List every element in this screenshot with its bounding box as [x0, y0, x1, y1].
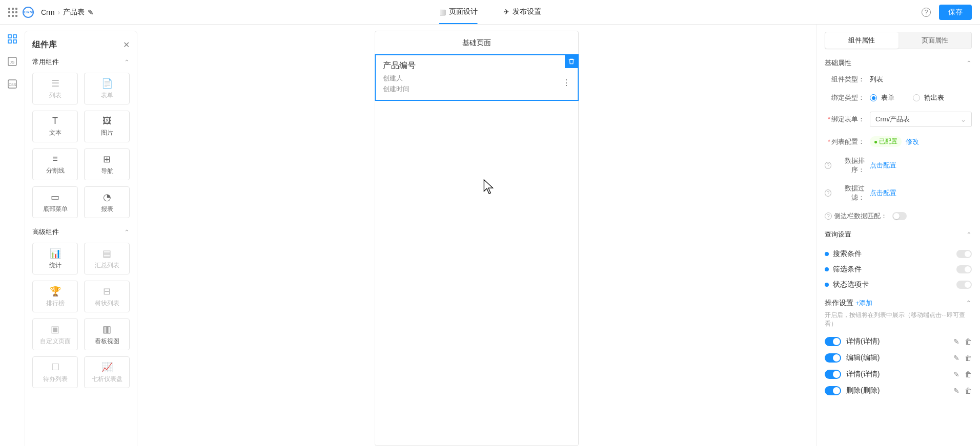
tab-component-props[interactable]: 组件属性	[825, 32, 899, 49]
action-row: 删除(删除) ✎🗑	[825, 383, 972, 399]
summary-icon: ▤	[103, 248, 111, 259]
comp-report[interactable]: ◔报表	[84, 186, 130, 218]
comp-label: 自定义页面	[40, 337, 71, 346]
canvas[interactable]: 基础页面 产品编号 创建人 创建时间 ⋮	[137, 25, 816, 446]
section-query-label: 查询设置	[825, 230, 851, 239]
chevron-up-icon[interactable]: ⌃	[124, 228, 130, 236]
delete-button[interactable]	[565, 55, 578, 68]
comp-todo-list[interactable]: ☐待办列表	[32, 356, 78, 388]
action-label: 编辑(编辑)	[846, 353, 880, 363]
comp-type-label: 组件类型：	[825, 75, 865, 84]
comp-label: 待办列表	[43, 375, 68, 384]
info-icon[interactable]: ?	[825, 162, 831, 169]
radio-output-label: 输出表	[924, 93, 944, 102]
comp-list[interactable]: ☰列表	[32, 73, 78, 104]
comp-label: 列表	[49, 91, 62, 100]
more-icon[interactable]: ⋮	[562, 78, 570, 88]
rail-js-icon[interactable]: JS	[6, 55, 18, 68]
delete-icon[interactable]: 🗑	[965, 337, 972, 346]
list-config-label: 列表配置：	[831, 138, 865, 145]
section-common-label: 常用组件	[32, 57, 59, 67]
filter-config-link[interactable]: 点击配置	[870, 188, 896, 198]
edit-icon[interactable]: ✎	[953, 387, 959, 395]
info-icon[interactable]: ?	[825, 189, 831, 197]
trophy-icon: 🏆	[50, 286, 61, 297]
delete-icon[interactable]: 🗑	[965, 370, 972, 378]
sidebar-match-label: 侧边栏数据匹配：	[834, 211, 887, 221]
comp-summary-list[interactable]: ▤汇总列表	[84, 243, 130, 274]
chevron-up-icon[interactable]: ⌃	[966, 59, 972, 67]
image-icon: 🖼	[103, 116, 112, 126]
chevron-up-icon[interactable]: ⌃	[966, 299, 972, 307]
rail-css-icon[interactable]: CSS	[6, 78, 18, 90]
help-icon[interactable]: ?	[922, 8, 931, 17]
edit-icon[interactable]: ✎	[953, 370, 959, 378]
sort-config-link[interactable]: 点击配置	[870, 161, 896, 170]
edit-icon[interactable]: ✎	[88, 8, 94, 16]
collapse-handle[interactable]: ‹	[816, 219, 816, 240]
action-label: 删除(删除)	[846, 386, 880, 395]
svg-rect-2	[8, 40, 11, 43]
form-icon: 📄	[101, 78, 113, 89]
action-toggle[interactable]	[825, 337, 841, 346]
close-icon[interactable]: ✕	[123, 40, 130, 50]
comp-dashboard[interactable]: 📈七析仪表盘	[84, 356, 130, 388]
action-toggle[interactable]	[825, 353, 841, 363]
comp-ranking[interactable]: 🏆排行榜	[32, 281, 78, 312]
svg-rect-3	[13, 40, 16, 43]
tab-page-props[interactable]: 页面属性	[899, 32, 972, 49]
apps-grid-icon[interactable]	[8, 8, 17, 17]
text-icon: T	[52, 116, 58, 126]
query-status-tabs: 状态选项卡	[825, 277, 972, 292]
comp-nav[interactable]: ⊞导航	[84, 148, 130, 180]
action-row: 详情(详情) ✎🗑	[825, 366, 972, 383]
comp-divider[interactable]: ≡分割线	[32, 148, 78, 180]
edit-icon[interactable]: ✎	[953, 337, 959, 346]
modify-link[interactable]: 修改	[906, 137, 919, 146]
action-toggle[interactable]	[825, 386, 841, 395]
svg-text:JS: JS	[10, 60, 14, 65]
query-label: 状态选项卡	[833, 280, 869, 289]
comp-image[interactable]: 🖼图片	[84, 111, 130, 142]
sidebar-match-toggle[interactable]	[892, 212, 907, 220]
comp-stats[interactable]: 📊统计	[32, 243, 78, 274]
delete-icon[interactable]: 🗑	[965, 354, 972, 362]
comp-custom-page[interactable]: ▣自定义页面	[32, 318, 78, 350]
tab-page-design[interactable]: ▥ 页面设计	[439, 0, 478, 24]
comp-kanban[interactable]: ▥看板视图	[84, 318, 130, 350]
edit-icon[interactable]: ✎	[953, 354, 959, 362]
list-icon: ☰	[51, 78, 59, 89]
info-icon[interactable]: ?	[825, 213, 832, 220]
action-hint: 开启后，按钮将在列表中展示（移动端点击···即可查看）	[825, 311, 972, 328]
save-button[interactable]: 保存	[939, 5, 972, 20]
comp-bottom-menu[interactable]: ▭底部菜单	[32, 186, 78, 218]
bars-icon: 📊	[50, 248, 61, 259]
action-toggle[interactable]	[825, 370, 841, 379]
bind-form-value: Crm/产品表	[875, 115, 910, 124]
comp-label: 底部菜单	[43, 205, 68, 214]
radio-output-table[interactable]	[913, 94, 920, 101]
query-filter-toggle[interactable]	[956, 265, 972, 273]
action-row: 详情(详情) ✎🗑	[825, 333, 972, 350]
query-search-toggle[interactable]	[956, 250, 972, 258]
delete-icon[interactable]: 🗑	[965, 387, 972, 395]
breadcrumb-root[interactable]: Crm	[41, 8, 54, 16]
selected-list-component[interactable]: 产品编号 创建人 创建时间 ⋮	[375, 54, 579, 101]
section-action-label: 操作设置	[825, 299, 853, 307]
comp-form[interactable]: 📄表单	[84, 73, 130, 104]
breadcrumb-current: 产品表	[63, 8, 85, 17]
query-status-toggle[interactable]	[956, 281, 972, 289]
comp-text[interactable]: T文本	[32, 111, 78, 142]
query-filter: 筛选条件	[825, 262, 972, 277]
tab-publish-settings[interactable]: ✈ 发布设置	[503, 0, 541, 24]
comp-label: 七析仪表盘	[92, 375, 122, 384]
layout-icon: ▥	[439, 8, 446, 16]
chevron-up-icon[interactable]: ⌃	[124, 58, 130, 66]
bind-form-select[interactable]: Crm/产品表 ⌄	[870, 112, 972, 127]
comp-tree-list[interactable]: ⊟树状列表	[84, 281, 130, 312]
rail-components-icon[interactable]	[6, 33, 18, 45]
add-action-link[interactable]: +添加	[855, 299, 873, 307]
radio-form[interactable]	[870, 94, 877, 101]
chevron-up-icon[interactable]: ⌃	[966, 231, 972, 239]
tab-page-design-label: 页面设计	[449, 7, 478, 16]
